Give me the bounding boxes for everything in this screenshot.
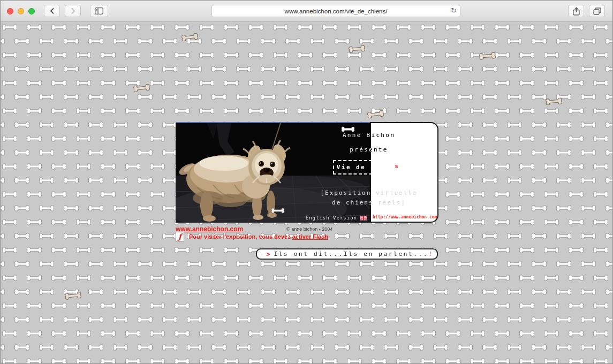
author-name: Anne Bichon	[307, 132, 431, 139]
wallpaper-bone-icon	[494, 191, 510, 198]
wallpaper-bone-icon	[149, 358, 165, 363]
wallpaper-bone-icon	[297, 80, 313, 86]
wallpaper-bone-icon	[260, 94, 276, 100]
subtitle: [Exposition virtuelle de chiens réels]	[307, 188, 431, 208]
site-title-box[interactable]: Vie de chiens Vie de chiens	[333, 160, 403, 175]
tab-overview-button[interactable]	[589, 5, 605, 17]
wallpaper-bone-icon	[51, 108, 67, 114]
browser-window: www.annebichon.com/vie_de_chiens/ ↻	[0, 0, 613, 364]
wallpaper-bone-icon	[125, 163, 141, 170]
reload-icon[interactable]: ↻	[451, 6, 457, 14]
wallpaper-bone-icon	[88, 38, 104, 44]
wallpaper-bone-icon	[433, 38, 449, 44]
wallpaper-bone-icon	[112, 344, 128, 351]
wallpaper-bone-icon	[51, 135, 67, 142]
wallpaper-bone-icon	[519, 219, 535, 225]
wallpaper-bone-icon	[371, 358, 387, 363]
wallpaper-bone-icon	[1, 149, 5, 156]
site-url-link[interactable]: http://www.annebichon.com	[373, 215, 437, 219]
address-bar[interactable]: www.annebichon.com/vie_de_chiens/ ↻	[211, 5, 460, 17]
back-button[interactable]	[44, 5, 60, 17]
wallpaper-bone-icon	[482, 233, 498, 239]
zoom-icon[interactable]	[28, 8, 35, 14]
wallpaper-bone-icon	[88, 94, 104, 100]
wallpaper-bone-icon	[174, 247, 190, 253]
share-button[interactable]	[568, 5, 584, 17]
wallpaper-bone-icon	[383, 94, 399, 100]
wallpaper-bone-icon	[14, 149, 30, 156]
wallpaper-bone-icon	[39, 38, 55, 44]
wallpaper-bone-icon	[322, 275, 338, 281]
scattered-bone-icon	[347, 44, 366, 53]
wallpaper-bone-icon	[260, 66, 276, 72]
wallpaper-bone-icon	[14, 261, 30, 267]
wallpaper-bone-icon	[408, 233, 424, 239]
wallpaper-bone-icon	[506, 261, 523, 267]
wallpaper-bone-icon	[211, 38, 227, 44]
wallpaper-bone-icon	[470, 80, 486, 86]
wallpaper-bone-icon	[211, 66, 227, 72]
english-version-link[interactable]: English Version	[306, 215, 357, 221]
wallpaper-bone-icon	[88, 316, 104, 323]
wallpaper-bone-icon	[174, 24, 190, 31]
wallpaper-bone-icon	[199, 358, 215, 363]
wallpaper-bone-icon	[346, 358, 362, 363]
wallpaper-bone-icon	[236, 289, 252, 295]
wallpaper-bone-icon	[580, 344, 596, 351]
wallpaper-bone-icon	[593, 80, 609, 86]
wallpaper-bone-icon	[519, 108, 535, 114]
wallpaper-bone-icon	[75, 330, 92, 337]
forward-button[interactable]	[65, 5, 81, 17]
wallpaper-bone-icon	[63, 122, 79, 128]
wallpaper-bone-icon	[445, 52, 461, 58]
close-icon[interactable]	[7, 8, 13, 14]
wallpaper-bone-icon	[100, 24, 116, 31]
wallpaper-bone-icon	[297, 108, 313, 114]
wallpaper-bone-icon	[174, 358, 190, 363]
wallpaper-bone-icon	[51, 219, 67, 225]
wallpaper-bone-icon	[556, 38, 572, 44]
toolbar-right-buttons	[568, 5, 606, 17]
wallpaper-bone-icon	[371, 80, 387, 86]
wallpaper-bone-icon	[149, 80, 165, 86]
wallpaper-bone-icon	[1, 205, 5, 211]
wallpaper-bone-icon	[568, 191, 584, 198]
wallpaper-bone-icon	[322, 108, 338, 114]
uk-flag-icon	[360, 216, 367, 221]
wallpaper-bone-icon	[309, 38, 326, 44]
wallpaper-bone-icon	[470, 163, 486, 170]
wallpaper-bone-icon	[506, 94, 523, 100]
wallpaper-bone-icon	[112, 149, 128, 156]
wallpaper-bone-icon	[433, 261, 449, 267]
sidebar-toggle-button[interactable]	[90, 5, 108, 17]
wallpaper-bone-icon	[236, 316, 252, 323]
wallpaper-bone-icon	[186, 261, 202, 267]
wallpaper-bone-icon	[248, 108, 264, 114]
wallpaper-bone-icon	[556, 344, 572, 351]
wallpaper-bone-icon	[457, 316, 473, 323]
wallpaper-bone-icon	[100, 247, 116, 253]
wallpaper-bone-icon	[568, 302, 584, 309]
wallpaper-bone-icon	[371, 24, 387, 31]
wallpaper-bone-icon	[420, 80, 436, 86]
wallpaper-bone-icon	[383, 289, 399, 295]
wallpaper-bone-icon	[568, 247, 584, 253]
wallpaper-bone-icon	[396, 24, 412, 31]
wallpaper-bone-icon	[445, 330, 461, 337]
english-version-row[interactable]: English Version	[306, 215, 367, 221]
wallpaper-bone-icon	[593, 108, 609, 114]
wallpaper-bone-icon	[149, 24, 165, 31]
wallpaper-bone-icon	[297, 302, 313, 309]
testimonials-banner[interactable]: > Ils ont dit...Ils en parlent...!	[256, 248, 438, 260]
activate-flash-link[interactable]: activer Flash	[292, 233, 328, 240]
minimize-icon[interactable]	[18, 8, 24, 14]
wallpaper-bone-icon	[519, 302, 535, 309]
wallpaper-bone-icon	[506, 66, 523, 72]
wallpaper-bone-icon	[2, 247, 18, 253]
wallpaper-bone-icon	[100, 358, 116, 363]
wallpaper-bone-icon	[470, 302, 486, 309]
wallpaper-bone-icon	[420, 358, 436, 363]
wallpaper-bone-icon	[556, 122, 572, 128]
wallpaper-bone-icon	[359, 233, 375, 239]
wallpaper-bone-icon	[14, 66, 30, 72]
